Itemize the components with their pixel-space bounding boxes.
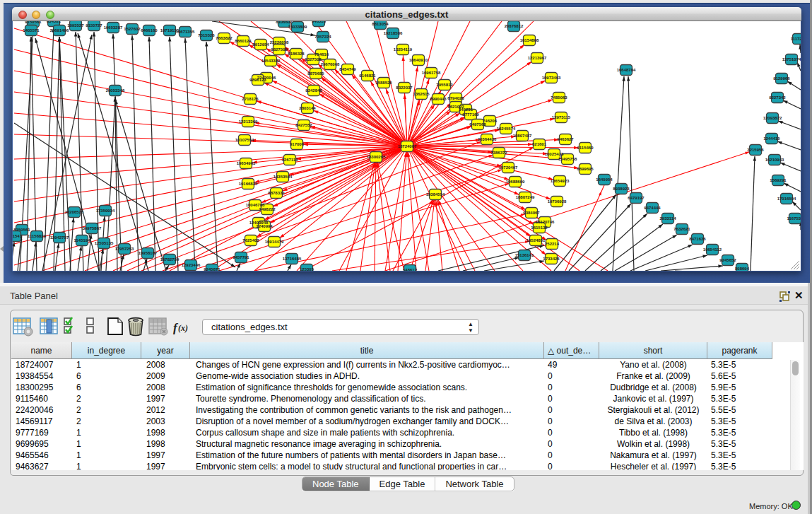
svg-text:1615132: 1615132: [531, 226, 548, 230]
svg-text:15495758: 15495758: [558, 157, 577, 161]
svg-text:548612: 548612: [403, 268, 418, 271]
svg-text:14353594: 14353594: [273, 175, 293, 179]
svg-text:9827509: 9827509: [271, 47, 288, 52]
svg-text:16961758: 16961758: [422, 71, 441, 75]
svg-text:621601: 621601: [532, 142, 547, 146]
svg-text:6497568: 6497568: [469, 122, 486, 127]
svg-text:8912954: 8912954: [252, 42, 269, 47]
svg-text:16914479: 16914479: [265, 240, 284, 244]
svg-text:16245574: 16245574: [497, 127, 516, 131]
svg-text:1167533: 1167533: [787, 216, 801, 221]
svg-text:10025438: 10025438: [545, 152, 564, 156]
svg-text:20364436: 20364436: [478, 137, 497, 141]
svg-text:7515526: 7515526: [198, 33, 215, 37]
svg-text:17359934: 17359934: [96, 209, 115, 213]
svg-text:10654112: 10654112: [703, 247, 722, 252]
svg-text:10107554: 10107554: [235, 138, 254, 142]
svg-text:8938923: 8938923: [613, 187, 630, 191]
svg-text:7955812: 7955812: [436, 83, 453, 87]
svg-text:13254119: 13254119: [394, 47, 413, 52]
svg-text:946516: 946516: [312, 21, 326, 23]
svg-text:7386372: 7386372: [490, 151, 507, 155]
svg-text:1527602: 1527602: [124, 27, 141, 31]
svg-text:30975867: 30975867: [83, 226, 102, 230]
svg-text:12942757: 12942757: [50, 235, 69, 240]
svg-text:1362615: 1362615: [413, 92, 430, 96]
svg-text:7632621: 7632621: [673, 227, 690, 231]
svg-text:23226058: 23226058: [270, 40, 289, 45]
svg-text:8878332: 8878332: [268, 191, 285, 195]
svg-text:1588520: 1588520: [375, 81, 392, 85]
svg-text:6699695: 6699695: [577, 167, 594, 171]
svg-text:10807487: 10807487: [513, 134, 532, 138]
svg-text:9242848: 9242848: [305, 88, 322, 93]
svg-text:16120746: 16120746: [536, 220, 555, 224]
svg-text:6794028: 6794028: [447, 96, 464, 100]
svg-text:1145194: 1145194: [73, 238, 90, 243]
svg-text:20053346: 20053346: [106, 88, 125, 93]
svg-text:6479197: 6479197: [628, 196, 645, 200]
svg-text:808694: 808694: [735, 267, 750, 271]
svg-text:8454749: 8454749: [339, 67, 356, 71]
svg-text:17016504: 17016504: [777, 197, 796, 201]
svg-text:9777169: 9777169: [462, 112, 479, 117]
svg-text:16782759: 16782759: [160, 257, 180, 262]
svg-text:7625402: 7625402: [242, 238, 259, 243]
svg-text:1569291: 1569291: [770, 178, 787, 182]
svg-text:1405571: 1405571: [23, 28, 40, 33]
svg-text:20691406: 20691406: [50, 28, 69, 33]
svg-text:12975115: 12975115: [552, 115, 571, 119]
svg-text:19524851: 19524851: [526, 238, 546, 243]
svg-text:1117205: 1117205: [791, 37, 801, 41]
svg-text:9129966: 9129966: [773, 76, 790, 81]
svg-text:8322037: 8322037: [396, 86, 413, 90]
svg-text:16671355: 16671355: [176, 30, 195, 34]
svg-text:8990443: 8990443: [430, 97, 447, 101]
svg-text:7485063: 7485063: [551, 95, 567, 100]
svg-text:12213967: 12213967: [528, 56, 547, 60]
svg-text:125305: 125305: [300, 267, 314, 271]
svg-text:3267110: 3267110: [281, 158, 298, 162]
svg-text:9245652: 9245652: [719, 258, 736, 262]
svg-text:16543382: 16543382: [261, 59, 281, 63]
svg-text:29676068: 29676068: [321, 62, 340, 66]
svg-text:20206526: 20206526: [65, 210, 84, 214]
svg-text:10688609: 10688609: [506, 180, 525, 184]
svg-text:9327508: 9327508: [305, 57, 322, 62]
svg-text:9474444: 9474444: [644, 206, 661, 210]
svg-text:12923446: 12923446: [182, 263, 201, 267]
svg-text:(x): (x): [178, 323, 188, 333]
svg-text:754616: 754616: [314, 52, 329, 57]
svg-text:8875685: 8875685: [307, 71, 324, 76]
svg-text:15136141: 15136141: [515, 253, 534, 257]
svg-text:19218506: 19218506: [384, 31, 403, 35]
svg-text:16210943: 16210943: [765, 158, 784, 162]
svg-text:8813054: 8813054: [372, 22, 389, 26]
svg-text:19756928: 19756928: [548, 199, 567, 204]
svg-text:8150561: 8150561: [13, 228, 30, 232]
svg-text:9245871: 9245871: [204, 267, 220, 271]
svg-text:8471636: 8471636: [689, 237, 706, 241]
svg-text:1244415: 1244415: [763, 136, 780, 141]
svg-text:8186328: 8186328: [288, 52, 305, 56]
svg-text:18807249: 18807249: [516, 195, 535, 199]
svg-text:19654963: 19654963: [237, 161, 256, 165]
svg-text:2933114: 2933114: [659, 216, 676, 221]
svg-text:8427552: 8427552: [295, 123, 312, 127]
svg-text:1240994: 1240994: [256, 224, 273, 228]
svg-text:9457791: 9457791: [233, 255, 249, 259]
svg-text:16154808: 16154808: [520, 38, 539, 42]
svg-text:9227342: 9227342: [769, 95, 786, 100]
svg-text:2803144: 2803144: [299, 106, 316, 110]
svg-text:10653287: 10653287: [104, 25, 123, 30]
svg-text:1733426: 1733426: [543, 257, 560, 261]
svg-text:9150561: 9150561: [25, 21, 42, 24]
svg-text:1640954: 1640954: [596, 177, 613, 182]
svg-text:16648784: 16648784: [617, 68, 636, 72]
svg-text:15720407: 15720407: [499, 165, 518, 170]
svg-text:3215956: 3215956: [747, 148, 764, 152]
svg-text:8660124: 8660124: [235, 39, 252, 43]
svg-text:1093527: 1093527: [67, 23, 84, 28]
svg-text:9146821: 9146821: [359, 74, 376, 78]
svg-text:16033809: 16033809: [288, 25, 307, 29]
